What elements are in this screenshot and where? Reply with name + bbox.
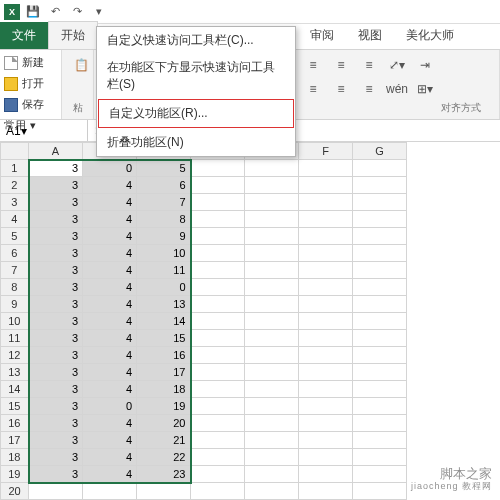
cell-F20[interactable] bbox=[299, 483, 353, 500]
row-header-11[interactable]: 11 bbox=[1, 330, 29, 347]
align-right-button[interactable]: ≡ bbox=[358, 78, 380, 100]
cell-G9[interactable] bbox=[353, 296, 407, 313]
tab-review[interactable]: 审阅 bbox=[298, 22, 346, 49]
row-header-16[interactable]: 16 bbox=[1, 415, 29, 432]
align-center-button[interactable]: ≡ bbox=[330, 78, 352, 100]
cell-A8[interactable]: 3 bbox=[29, 279, 83, 296]
cell-C1[interactable]: 5 bbox=[137, 160, 191, 177]
align-top-button[interactable]: ≡ bbox=[302, 54, 324, 76]
cell-D14[interactable] bbox=[191, 381, 245, 398]
cell-C3[interactable]: 7 bbox=[137, 194, 191, 211]
cell-E11[interactable] bbox=[245, 330, 299, 347]
cell-C4[interactable]: 8 bbox=[137, 211, 191, 228]
cell-E13[interactable] bbox=[245, 364, 299, 381]
cell-B8[interactable]: 4 bbox=[83, 279, 137, 296]
cell-E14[interactable] bbox=[245, 381, 299, 398]
cell-C8[interactable]: 0 bbox=[137, 279, 191, 296]
cell-C6[interactable]: 10 bbox=[137, 245, 191, 262]
quick-new[interactable]: 新建 bbox=[2, 52, 59, 73]
cell-E12[interactable] bbox=[245, 347, 299, 364]
cell-A2[interactable]: 3 bbox=[29, 177, 83, 194]
cell-F10[interactable] bbox=[299, 313, 353, 330]
cell-A16[interactable]: 3 bbox=[29, 415, 83, 432]
cell-A12[interactable]: 3 bbox=[29, 347, 83, 364]
cell-F8[interactable] bbox=[299, 279, 353, 296]
cell-G11[interactable] bbox=[353, 330, 407, 347]
cell-F18[interactable] bbox=[299, 449, 353, 466]
cell-B18[interactable]: 4 bbox=[83, 449, 137, 466]
cell-D16[interactable] bbox=[191, 415, 245, 432]
cell-F19[interactable] bbox=[299, 466, 353, 483]
cell-D6[interactable] bbox=[191, 245, 245, 262]
cell-E15[interactable] bbox=[245, 398, 299, 415]
cell-A17[interactable]: 3 bbox=[29, 432, 83, 449]
cell-G12[interactable] bbox=[353, 347, 407, 364]
cell-A4[interactable]: 3 bbox=[29, 211, 83, 228]
cell-C5[interactable]: 9 bbox=[137, 228, 191, 245]
cell-C18[interactable]: 22 bbox=[137, 449, 191, 466]
menu-show-qat-below[interactable]: 在功能区下方显示快速访问工具栏(S) bbox=[97, 54, 295, 98]
cell-A14[interactable]: 3 bbox=[29, 381, 83, 398]
cell-D11[interactable] bbox=[191, 330, 245, 347]
cell-D12[interactable] bbox=[191, 347, 245, 364]
cell-F17[interactable] bbox=[299, 432, 353, 449]
cell-A10[interactable]: 3 bbox=[29, 313, 83, 330]
cell-B5[interactable]: 4 bbox=[83, 228, 137, 245]
cell-D13[interactable] bbox=[191, 364, 245, 381]
cell-B6[interactable]: 4 bbox=[83, 245, 137, 262]
quick-common[interactable]: 常用▾ bbox=[2, 115, 59, 136]
cell-B15[interactable]: 0 bbox=[83, 398, 137, 415]
cell-A1[interactable]: 3 bbox=[29, 160, 83, 177]
align-left-button[interactable]: ≡ bbox=[302, 78, 324, 100]
cell-D2[interactable] bbox=[191, 177, 245, 194]
col-header-G[interactable]: G bbox=[353, 143, 407, 160]
cell-B12[interactable]: 4 bbox=[83, 347, 137, 364]
cell-C14[interactable]: 18 bbox=[137, 381, 191, 398]
cell-A3[interactable]: 3 bbox=[29, 194, 83, 211]
cell-A18[interactable]: 3 bbox=[29, 449, 83, 466]
cell-A13[interactable]: 3 bbox=[29, 364, 83, 381]
cell-C13[interactable]: 17 bbox=[137, 364, 191, 381]
cell-D7[interactable] bbox=[191, 262, 245, 279]
qat-redo-button[interactable]: ↷ bbox=[68, 3, 86, 21]
cell-A15[interactable]: 3 bbox=[29, 398, 83, 415]
cell-B1[interactable]: 0 bbox=[83, 160, 137, 177]
row-header-7[interactable]: 7 bbox=[1, 262, 29, 279]
cell-F6[interactable] bbox=[299, 245, 353, 262]
cell-F11[interactable] bbox=[299, 330, 353, 347]
cell-C15[interactable]: 19 bbox=[137, 398, 191, 415]
cell-F12[interactable] bbox=[299, 347, 353, 364]
cell-G16[interactable] bbox=[353, 415, 407, 432]
cell-E10[interactable] bbox=[245, 313, 299, 330]
cell-G7[interactable] bbox=[353, 262, 407, 279]
cell-E6[interactable] bbox=[245, 245, 299, 262]
cell-C10[interactable]: 14 bbox=[137, 313, 191, 330]
cell-G8[interactable] bbox=[353, 279, 407, 296]
cell-B10[interactable]: 4 bbox=[83, 313, 137, 330]
menu-customize-ribbon[interactable]: 自定义功能区(R)... bbox=[98, 99, 294, 128]
cell-D4[interactable] bbox=[191, 211, 245, 228]
cell-B9[interactable]: 4 bbox=[83, 296, 137, 313]
cell-D3[interactable] bbox=[191, 194, 245, 211]
cell-A19[interactable]: 3 bbox=[29, 466, 83, 483]
cell-D15[interactable] bbox=[191, 398, 245, 415]
cell-E20[interactable] bbox=[245, 483, 299, 500]
merge-button[interactable]: ⊞▾ bbox=[414, 78, 436, 100]
row-header-10[interactable]: 10 bbox=[1, 313, 29, 330]
cell-C9[interactable]: 13 bbox=[137, 296, 191, 313]
cell-D8[interactable] bbox=[191, 279, 245, 296]
cell-E17[interactable] bbox=[245, 432, 299, 449]
cell-A7[interactable]: 3 bbox=[29, 262, 83, 279]
cell-B7[interactable]: 4 bbox=[83, 262, 137, 279]
cell-G20[interactable] bbox=[353, 483, 407, 500]
cell-G3[interactable] bbox=[353, 194, 407, 211]
menu-collapse-ribbon[interactable]: 折叠功能区(N) bbox=[97, 129, 295, 156]
cell-G6[interactable] bbox=[353, 245, 407, 262]
cell-E5[interactable] bbox=[245, 228, 299, 245]
paste-button[interactable]: 📋 bbox=[70, 54, 92, 76]
cell-F16[interactable] bbox=[299, 415, 353, 432]
quick-save[interactable]: 保存 bbox=[2, 94, 59, 115]
cell-C16[interactable]: 20 bbox=[137, 415, 191, 432]
cell-D20[interactable] bbox=[191, 483, 245, 500]
tab-beautify[interactable]: 美化大师 bbox=[394, 22, 466, 49]
